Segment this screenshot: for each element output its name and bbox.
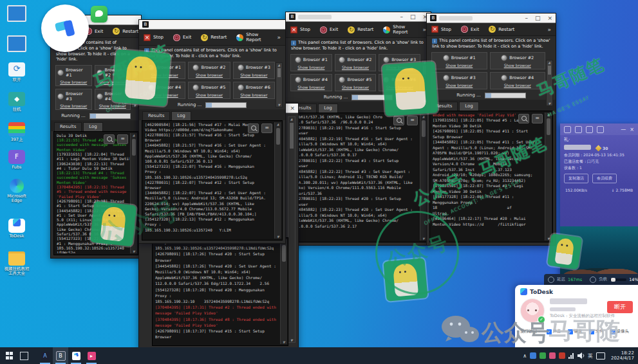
title-bar[interactable]: B –□× xyxy=(427,14,556,23)
stop-button[interactable]: Stop xyxy=(431,26,451,33)
window-scrollbar[interactable]: ▲▼ xyxy=(288,116,296,343)
taskbar-app-a[interactable]: A xyxy=(37,347,53,364)
touch-keyboard-icon[interactable] xyxy=(596,352,605,359)
exit-button[interactable]: Exit xyxy=(173,34,191,41)
browser-list-scrollbar[interactable]: ▲▼ xyxy=(546,60,553,106)
ime-indicator[interactable]: 英 xyxy=(588,352,593,359)
show-browser-link[interactable]: Show browser xyxy=(240,93,267,97)
desktop-icon-dualopen[interactable]: ⟳双开 xyxy=(4,62,30,82)
menu-icon[interactable]: ≡ xyxy=(532,114,543,123)
log-scrollbar[interactable]: ▲▼ xyxy=(545,113,552,241)
tray-icon-green[interactable] xyxy=(539,352,546,359)
show-browser-link[interactable]: Show browser xyxy=(297,65,324,69)
desktop-icon-edge[interactable]: Microsoft Edge xyxy=(4,179,30,203)
network-icon[interactable] xyxy=(568,353,574,359)
video-preview[interactable] xyxy=(560,226,638,275)
close-button[interactable]: × xyxy=(290,105,295,111)
start-button[interactable] xyxy=(6,352,14,359)
task-view-button[interactable] xyxy=(20,352,28,360)
access-checkbox[interactable]: ✓文件 xyxy=(589,329,604,334)
wechat-floating-icon[interactable] xyxy=(91,6,108,23)
show-browser-link[interactable]: Show browser xyxy=(60,80,87,84)
desktop-icon-fubs[interactable]: FFubs xyxy=(4,150,30,170)
browser-list-scrollbar[interactable]: ▲▼ xyxy=(131,63,138,108)
log-scrollbar[interactable]: ▲▼ xyxy=(130,133,137,253)
todesk-floating-ball[interactable] xyxy=(41,5,89,52)
close-button[interactable]: × xyxy=(547,15,552,21)
exit-button[interactable]: Exit xyxy=(320,26,338,33)
tab-results[interactable]: Results xyxy=(54,122,82,131)
show-browser-link[interactable]: Show browser xyxy=(386,85,413,89)
log-scrollbar[interactable]: ▲▼ xyxy=(280,239,287,344)
show-browser-link[interactable]: Show browser xyxy=(446,63,473,68)
title-bar[interactable]: B xyxy=(139,20,285,30)
tool-icon[interactable] xyxy=(586,126,593,133)
minimize-button[interactable]: – xyxy=(400,14,403,20)
title-bar[interactable]: B –□× xyxy=(286,12,431,22)
show-browser-link[interactable]: Show browser xyxy=(342,65,369,69)
access-checkbox[interactable]: ✓摄像头 xyxy=(610,329,630,334)
tab-log[interactable]: Log xyxy=(83,122,103,131)
tab-log[interactable]: Log xyxy=(171,111,191,120)
search-icon[interactable] xyxy=(248,123,259,133)
tab-log[interactable]: Log xyxy=(318,104,338,113)
minimize-button[interactable]: — xyxy=(621,127,626,132)
show-browser-link[interactable]: Show browser xyxy=(504,63,531,68)
show-browser-link[interactable]: Show browser xyxy=(151,73,178,77)
tab-log[interactable]: Log xyxy=(459,102,479,111)
desktop-icon-folder[interactable]: 视频挂机教程工具大全 xyxy=(4,251,30,276)
restart-button[interactable]: Restart xyxy=(113,28,138,35)
maximize-button[interactable]: □ xyxy=(535,15,541,21)
clock[interactable]: 18:22 2024/4/17 xyxy=(608,350,634,361)
show-browser-link[interactable]: Show browser xyxy=(196,93,223,97)
show-browser-link[interactable]: Show browser xyxy=(504,83,531,87)
report-button[interactable]: Show Report xyxy=(236,32,267,42)
exit-button[interactable]: Exit xyxy=(461,26,479,33)
load-slider[interactable] xyxy=(610,278,626,281)
stop-button[interactable]: Stop xyxy=(290,26,310,33)
toolbar-overflow-icon[interactable]: » xyxy=(547,26,551,33)
tool-icon[interactable] xyxy=(564,126,571,133)
show-browser-link[interactable]: Show browser xyxy=(99,104,126,108)
disconnect-button[interactable]: 断开 xyxy=(607,301,633,313)
tray-icon-pink[interactable] xyxy=(549,352,556,359)
show-browser-link[interactable]: Show browser xyxy=(196,73,223,77)
restart-button[interactable]: Restart xyxy=(489,26,514,33)
tab-results[interactable]: Results xyxy=(430,102,458,111)
taskbar-app-pink[interactable]: ▸ xyxy=(84,347,99,364)
copy-activation-button[interactable]: 复制激活 xyxy=(564,174,588,183)
taskbar-app-browser[interactable]: B xyxy=(53,347,68,364)
search-icon[interactable] xyxy=(104,134,115,144)
show-browser-link[interactable]: Show browser xyxy=(446,83,473,87)
desktop-icon-todesk[interactable]: ToDesk xyxy=(4,215,30,239)
show-browser-link[interactable]: Show browser xyxy=(386,65,413,69)
menu-icon[interactable]: ≡ xyxy=(407,116,418,125)
search-icon[interactable] xyxy=(518,114,529,123)
tool-icon[interactable] xyxy=(575,126,582,133)
show-browser-link[interactable]: Show browser xyxy=(151,93,178,97)
minimize-button[interactable]: – xyxy=(525,15,528,21)
show-browser-link[interactable]: Show browser xyxy=(240,73,267,77)
desktop-icon-pc2[interactable] xyxy=(4,35,30,53)
stop-button[interactable]: Stop xyxy=(144,34,164,41)
tray-icon-blue[interactable] xyxy=(530,352,536,359)
access-checkbox[interactable]: ✓键盘 xyxy=(568,329,583,334)
desktop-icon-guaji[interactable]: ◆挂机 xyxy=(4,92,30,112)
report-button[interactable]: Show Report xyxy=(383,24,413,35)
menu-icon[interactable]: ≡ xyxy=(117,134,128,144)
speaker-icon[interactable] xyxy=(577,352,585,359)
desktop-icon-397[interactable]: 397上 xyxy=(4,122,30,142)
show-browser-link[interactable]: Show browser xyxy=(60,104,87,108)
browser-list-scrollbar[interactable]: ▲▼ xyxy=(276,62,283,107)
menu-icon[interactable]: ≡ xyxy=(261,123,272,133)
restart-button[interactable]: Restart xyxy=(348,26,373,33)
show-browser-link[interactable]: Show browser xyxy=(297,85,324,89)
maximize-button[interactable]: □ xyxy=(410,14,416,20)
access-checkbox[interactable]: ✓声音 xyxy=(547,329,561,334)
show-browser-link[interactable]: Show browser xyxy=(99,80,126,84)
tool-icon[interactable] xyxy=(597,126,604,133)
restart-button[interactable]: Restart xyxy=(201,34,227,41)
show-browser-link[interactable]: Show browser xyxy=(342,85,369,89)
tray-icon-red[interactable] xyxy=(559,352,565,359)
toolbar-overflow-icon[interactable]: » xyxy=(277,34,281,41)
